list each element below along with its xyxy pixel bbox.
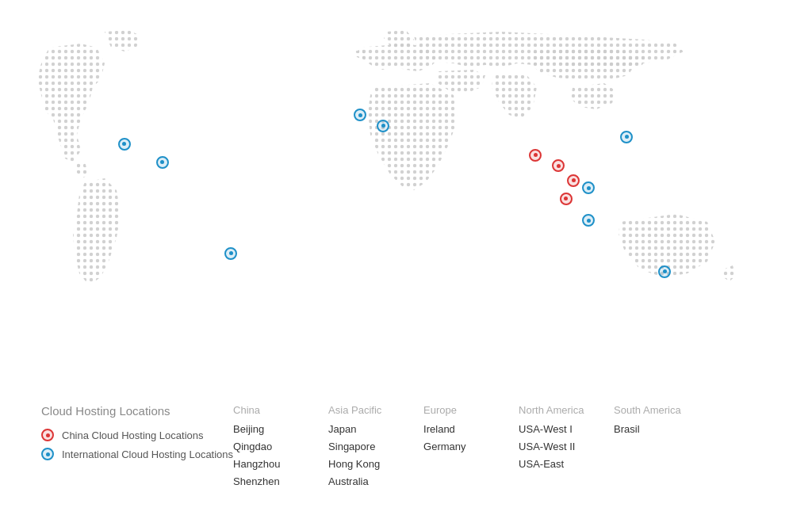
region-south_america: South AmericaBrasil: [614, 404, 709, 490]
city-hangzhou: Hangzhou: [233, 456, 320, 473]
marker-ireland[interactable]: [354, 109, 366, 121]
region-europe: EuropeIrelandGermany: [423, 404, 519, 490]
city-usa-west-i: USA-West I: [519, 421, 606, 438]
city-hong-kong: Hong Kong: [328, 456, 416, 473]
city-usa-east: USA-East: [519, 456, 606, 473]
marker-shenzhen[interactable]: [560, 193, 573, 205]
marker-brasil[interactable]: [224, 247, 237, 260]
intl-legend-marker: [41, 448, 54, 460]
city-australia: Australia: [328, 473, 416, 490]
marker-hong-kong[interactable]: [582, 181, 595, 194]
region-header-china: China: [233, 404, 320, 416]
regions-container: ChinaBeijingQingdaoHangzhouShenzhenAsia …: [233, 404, 771, 490]
city-singapore: Singapore: [328, 438, 416, 456]
region-header-south_america: South America: [614, 404, 701, 416]
legend-container: Cloud Hosting Locations China Cloud Host…: [25, 396, 787, 498]
city-japan: Japan: [328, 421, 416, 438]
marker-qingdao[interactable]: [552, 159, 565, 172]
city-qingdao: Qingdao: [233, 438, 320, 456]
city-brasil: Brasil: [614, 421, 701, 438]
marker-usa-west2[interactable]: [156, 156, 169, 169]
marker-australia[interactable]: [658, 265, 671, 278]
city-beijing: Beijing: [233, 421, 320, 438]
marker-beijing[interactable]: [529, 149, 542, 162]
city-ireland: Ireland: [423, 421, 511, 438]
region-china: ChinaBeijingQingdaoHangzhouShenzhen: [233, 404, 328, 490]
city-usa-west-ii: USA-West II: [519, 438, 606, 456]
marker-hangzhou[interactable]: [567, 174, 580, 187]
marker-usa-west1[interactable]: [118, 138, 131, 151]
marker-singapore[interactable]: [582, 214, 595, 227]
marker-germany[interactable]: [377, 120, 389, 132]
marker-japan[interactable]: [620, 131, 633, 143]
legend-left: Cloud Hosting Locations China Cloud Host…: [41, 404, 233, 467]
china-legend-marker: [41, 429, 54, 441]
region-header-europe: Europe: [423, 404, 511, 416]
region-north_america: North AmericaUSA-West IUSA-West IIUSA-Ea…: [519, 404, 614, 490]
intl-legend-label: International Cloud Hosting Locations: [62, 448, 233, 460]
china-legend-label: China Cloud Hosting Locations: [62, 429, 204, 441]
region-header-north_america: North America: [519, 404, 606, 416]
legend-intl-item: International Cloud Hosting Locations: [41, 448, 233, 460]
legend-title: Cloud Hosting Locations: [41, 404, 233, 418]
world-dot-map: [25, 24, 787, 388]
city-germany: Germany: [423, 438, 511, 456]
region-header-asia_pacific: Asia Pacific: [328, 404, 416, 416]
map-container: [25, 24, 787, 388]
city-shenzhen: Shenzhen: [233, 473, 320, 490]
legend-china-item: China Cloud Hosting Locations: [41, 429, 233, 441]
region-asia_pacific: Asia PacificJapanSingaporeHong KongAustr…: [328, 404, 423, 490]
